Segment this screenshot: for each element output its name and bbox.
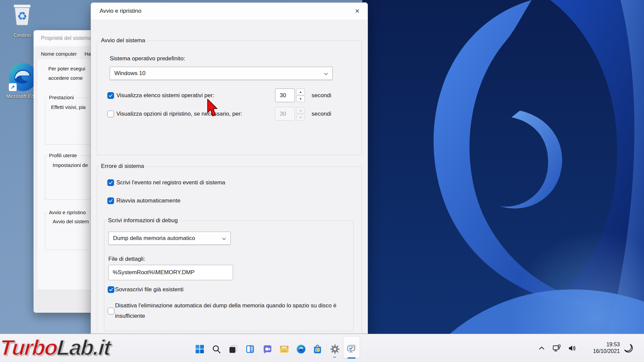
- dump-type-value: Dump della memoria automatico: [113, 235, 195, 242]
- os-list-seconds-value[interactable]: 30: [275, 88, 295, 102]
- gear-icon: [330, 344, 340, 354]
- file-explorer-icon: [279, 344, 289, 354]
- widgets-button[interactable]: [243, 342, 257, 356]
- tray-chevron-up-icon[interactable]: [537, 344, 546, 353]
- chevron-down-icon: [222, 236, 226, 241]
- checkbox-write-event-log[interactable]: [107, 179, 114, 186]
- os-list-seconds-spinner[interactable]: 30 ▲ ▼: [275, 88, 305, 102]
- checkbox-show-os-list[interactable]: [107, 92, 114, 99]
- watermark-turbo: Turbo: [0, 336, 58, 360]
- check-icon: [108, 180, 113, 185]
- group-errore-di-sistema-label: Errore di sistema: [99, 163, 146, 170]
- wallpaper-bloom: [362, 0, 644, 334]
- group-errore-di-sistema: Errore di sistema Scrivi l'evento nel re…: [97, 166, 362, 338]
- intro-text-line1: Per poter esegui: [48, 64, 85, 73]
- mouse-cursor: [207, 99, 219, 117]
- overwrite-file-label: Sovrascrivi file già esistenti: [115, 286, 183, 293]
- watermark-lab: Lab.it: [56, 336, 111, 360]
- group-prestazioni: Prestazioni Effetti visivi, pia: [45, 98, 96, 144]
- chat-icon: [262, 344, 273, 354]
- show-recovery-options-label: Visualizza opzioni di ripristino, se nec…: [116, 111, 242, 117]
- group-debug-info: Scrivi informazioni di debug Dump della …: [104, 221, 354, 331]
- start-button[interactable]: [192, 342, 207, 356]
- recycle-bin-icon: ♻: [12, 3, 32, 29]
- system-properties-icon: [346, 344, 357, 354]
- file-explorer-button[interactable]: [277, 342, 291, 356]
- microsoft-store-button[interactable]: [310, 342, 325, 356]
- recovery-seconds-unit: secondi: [312, 111, 331, 117]
- spin-down-icon[interactable]: ▼: [296, 114, 305, 121]
- system-properties-footer: [34, 290, 96, 313]
- write-event-log-label: Scrivi l'evento nel registro eventi di s…: [116, 179, 225, 186]
- tray-date: 16/10/2021: [574, 348, 620, 355]
- default-os-value: Windows 10: [114, 70, 146, 77]
- group-avvio-del-sistema: Avvio del sistema Sistema operativo pred…: [97, 41, 362, 155]
- network-icon[interactable]: [552, 344, 561, 353]
- default-os-label: Sistema operativo predefinito:: [110, 55, 185, 62]
- startup-recovery-dialog[interactable]: Avvio e ripristino ✕ Avvio del sistema S…: [91, 2, 368, 334]
- widgets-icon: [245, 344, 255, 354]
- group-debug-info-label: Scrivi informazioni di debug: [106, 217, 179, 224]
- close-icon[interactable]: ✕: [352, 6, 363, 16]
- checkbox-overwrite-file[interactable]: [108, 286, 114, 293]
- check-icon: [108, 93, 113, 98]
- recovery-seconds-value[interactable]: 30: [275, 107, 295, 121]
- checkbox-auto-restart[interactable]: [107, 197, 114, 204]
- turbolab-watermark: TurboLab.it: [0, 335, 111, 360]
- group-prestazioni-text: Effetti visivi, pia: [51, 103, 86, 112]
- active-app-indicator: [347, 357, 356, 359]
- disable-auto-delete-label: Disattiva l'eliminazione automatica dei …: [115, 300, 350, 321]
- dump-file-label: File di dettagli:: [108, 256, 145, 262]
- checkbox-show-recovery-options[interactable]: [107, 111, 114, 117]
- dump-file-value: %SystemRoot%\MEMORY.DMP: [113, 269, 195, 276]
- tray-time: 19:53: [574, 341, 620, 348]
- chevron-down-icon: [324, 71, 328, 76]
- group-avvio-ripristino: Avvio e ripristino Avvio del sistem: [45, 213, 96, 250]
- intro-text-line2: accedere come: [48, 73, 83, 83]
- tab-nome-computer[interactable]: Nome computer: [41, 51, 77, 57]
- group-avvio-del-sistema-label: Avvio del sistema: [99, 37, 147, 44]
- shortcut-arrow-icon: ↗: [9, 83, 17, 91]
- chat-button[interactable]: [260, 342, 275, 356]
- group-profili-utente: Profili utente Impostazioni de: [45, 156, 96, 200]
- system-properties-taskbar-button[interactable]: [344, 342, 359, 356]
- settings-button[interactable]: [327, 342, 342, 356]
- recovery-seconds-spinner[interactable]: 30 ▲ ▼: [275, 107, 305, 121]
- os-list-seconds-unit: secondi: [312, 92, 331, 99]
- spin-up-icon[interactable]: ▲: [296, 107, 305, 114]
- default-os-dropdown[interactable]: Windows 10: [110, 67, 333, 80]
- dialog-title: Avvio e ripristino: [100, 8, 141, 14]
- group-profili-utente-label: Profili utente: [47, 153, 78, 158]
- dump-file-input[interactable]: %SystemRoot%\MEMORY.DMP: [108, 265, 233, 280]
- check-icon: [109, 287, 113, 292]
- group-avvio-ripristino-text: Avvio del sistem: [53, 217, 89, 226]
- dump-type-dropdown[interactable]: Dump della memoria automatico: [108, 232, 231, 245]
- check-icon: [108, 198, 113, 203]
- microsoft-store-icon: [312, 344, 323, 354]
- spin-up-icon[interactable]: ▲: [296, 88, 305, 95]
- system-properties-title: Proprietà del sistema: [41, 35, 91, 41]
- spin-down-icon[interactable]: ▼: [296, 96, 305, 102]
- edge-icon: [296, 344, 306, 354]
- group-avvio-ripristino-label: Avvio e ripristino: [47, 209, 88, 215]
- system-properties-tab-page: Per poter esegui accedere come Prestazio…: [37, 58, 96, 290]
- desktop: ♻ Cestino ↗ Microsoft Edge Proprietà del…: [0, 0, 644, 362]
- settings-running-indicator: [333, 357, 336, 358]
- search-button[interactable]: [209, 342, 224, 356]
- task-view-icon: [228, 344, 238, 354]
- auto-restart-label: Riavvia automaticamente: [116, 197, 180, 204]
- task-view-button[interactable]: [226, 342, 240, 356]
- search-icon: [211, 344, 222, 354]
- edge-button[interactable]: [293, 342, 308, 356]
- recycle-symbol-icon: ♻: [17, 10, 27, 22]
- show-os-list-label: Visualizza elenco sistemi operativi per:: [116, 92, 214, 99]
- checkbox-disable-auto-delete[interactable]: [108, 308, 114, 314]
- group-prestazioni-label: Prestazioni: [47, 95, 75, 100]
- night-mode-moon-icon[interactable]: [623, 343, 634, 354]
- tray-clock[interactable]: 19:53 16/10/2021: [574, 341, 620, 355]
- system-properties-window[interactable]: Proprietà del sistema Nome computer Hard…: [34, 30, 96, 313]
- windows-start-icon: [195, 344, 205, 354]
- group-profili-utente-text: Impostazioni de: [53, 161, 88, 170]
